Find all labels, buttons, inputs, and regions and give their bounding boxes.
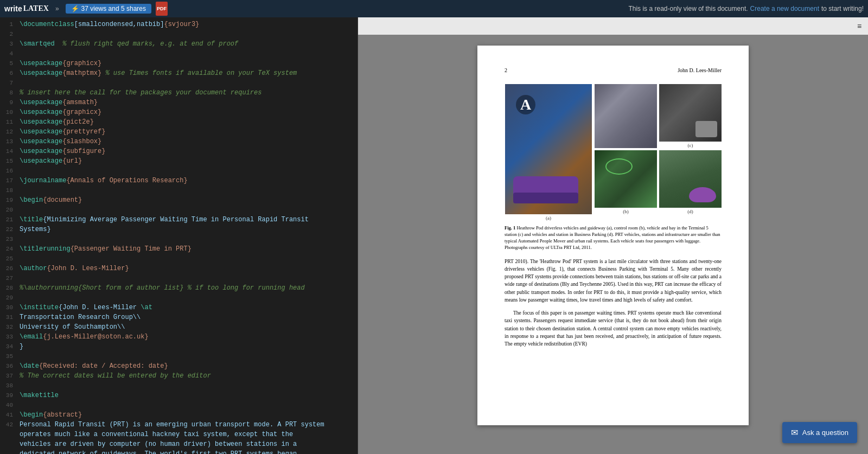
code-line: 23 bbox=[0, 234, 358, 244]
readonly-prefix: This is a read-only view of this documen… bbox=[628, 5, 748, 12]
mail-icon: ✉ bbox=[791, 427, 798, 438]
code-line: 15\usepackage{url} bbox=[0, 156, 358, 166]
code-line: 10\usepackage{graphicx} bbox=[0, 107, 358, 117]
code-line: vehicles are driven by computer (no huma… bbox=[0, 439, 358, 449]
figure-a bbox=[505, 84, 592, 214]
line-number: 25 bbox=[0, 254, 17, 264]
code-line: 4 bbox=[0, 49, 358, 59]
line-number: 2 bbox=[0, 29, 17, 39]
line-number: 15 bbox=[0, 156, 17, 166]
logo: write LATEX bbox=[4, 4, 49, 13]
line-number: 37 bbox=[0, 371, 17, 381]
code-line: 41\begin{abstract} bbox=[0, 410, 358, 420]
code-line: 7 bbox=[0, 78, 358, 88]
code-line: 34} bbox=[0, 342, 358, 351]
line-number: 39 bbox=[0, 391, 17, 400]
ask-question-button[interactable]: ✉ Ask a question bbox=[782, 422, 857, 443]
code-line: 13\usepackage{slashbox} bbox=[0, 137, 358, 146]
pdf-figures: (a) (c) bbox=[505, 84, 722, 221]
line-number: 35 bbox=[0, 351, 17, 361]
line-number: 14 bbox=[0, 146, 17, 156]
line-number: 31 bbox=[0, 312, 17, 322]
line-number: 34 bbox=[0, 342, 17, 351]
pdf-download-icon[interactable]: PDF bbox=[156, 2, 168, 16]
code-scroll[interactable]: 1\documentclass[smallcondensed,natbib]{s… bbox=[0, 17, 358, 454]
code-editor: 1\documentclass[smallcondensed,natbib]{s… bbox=[0, 17, 358, 454]
line-number: 8 bbox=[0, 88, 17, 98]
pdf-settings-icon[interactable]: ≡ bbox=[854, 21, 865, 31]
logo-latex: LATEX bbox=[23, 4, 49, 13]
code-line: dedicated network of guideways. The worl… bbox=[0, 449, 358, 454]
pdf-panel[interactable]: ≡ 2 John D. Lees-Miller (a) bbox=[358, 17, 868, 454]
line-number: 42 bbox=[0, 420, 17, 430]
line-number bbox=[0, 439, 17, 449]
pdf-paragraph-1: PRT 2010). The 'Heathrow Pod' PRT system… bbox=[505, 258, 722, 304]
code-line: 14\usepackage{subfigure} bbox=[0, 146, 358, 156]
main-area: 1\documentclass[smallcondensed,natbib]{s… bbox=[0, 17, 868, 454]
code-line: 5\usepackage{graphicx} bbox=[0, 59, 358, 68]
code-line: 26\author{John D. Lees-Miller} bbox=[0, 264, 358, 273]
line-number: 22 bbox=[0, 225, 17, 234]
line-number: 1 bbox=[0, 20, 17, 29]
line-number: 12 bbox=[0, 127, 17, 137]
line-number: 41 bbox=[0, 410, 17, 420]
lightning-icon: ⚡ bbox=[71, 5, 79, 12]
code-line: 32University of Southampton\\ bbox=[0, 322, 358, 332]
line-number: 24 bbox=[0, 244, 17, 254]
code-line: 2 bbox=[0, 29, 358, 39]
pdf-page-number: 2 bbox=[505, 67, 507, 73]
code-line: 38 bbox=[0, 381, 358, 391]
line-number: 27 bbox=[0, 273, 17, 283]
code-line: 19\begin{document} bbox=[0, 195, 358, 205]
code-line: 3\smartqed % flush right qed marks, e.g.… bbox=[0, 39, 358, 49]
logo-write: write bbox=[4, 4, 22, 13]
line-number: 3 bbox=[0, 39, 17, 49]
readonly-suffix: to start writing! bbox=[821, 5, 864, 12]
create-document-link[interactable]: Create a new document bbox=[750, 5, 819, 12]
code-line: 16 bbox=[0, 166, 358, 176]
line-number: 26 bbox=[0, 264, 17, 273]
line-number: 7 bbox=[0, 78, 17, 88]
line-number: 13 bbox=[0, 137, 17, 146]
line-number: 21 bbox=[0, 215, 17, 225]
figure-d-label: (d) bbox=[687, 209, 693, 214]
line-number: 33 bbox=[0, 332, 17, 342]
line-number: 18 bbox=[0, 186, 17, 195]
code-line: 27 bbox=[0, 273, 358, 283]
views-text: 37 views and 5 shares bbox=[81, 5, 146, 12]
logo-arrow: » bbox=[55, 5, 59, 12]
code-line: 33\email{j.Lees-Miller@soton.ac.uk} bbox=[0, 332, 358, 342]
fig-caption: Fig. 1 Heathrow Pod driverless vehicles … bbox=[505, 225, 722, 251]
line-number: 23 bbox=[0, 234, 17, 244]
figure-bottom-right: (b) (d) bbox=[595, 150, 722, 214]
code-line: 6\usepackage{mathptmx} % use Times fonts… bbox=[0, 68, 358, 78]
line-number: 19 bbox=[0, 195, 17, 205]
code-line: 18 bbox=[0, 186, 358, 195]
code-line: 36\date{Received: date / Accepted: date} bbox=[0, 361, 358, 371]
pdf-paragraph-2-text: The focus of this paper is on passenger … bbox=[505, 310, 722, 347]
code-line: 24\titlerunning{Passenger Waiting Time i… bbox=[0, 244, 358, 254]
code-line: 11\usepackage{pict2e} bbox=[0, 117, 358, 127]
code-line: 12\usepackage{prettyref} bbox=[0, 127, 358, 137]
views-badge[interactable]: ⚡ 37 views and 5 shares bbox=[66, 4, 151, 14]
code-line: 25 bbox=[0, 254, 358, 264]
line-number: 40 bbox=[0, 400, 17, 410]
ask-question-label: Ask a question bbox=[802, 429, 848, 437]
code-line: 42Personal Rapid Transit (PRT) is an eme… bbox=[0, 420, 358, 430]
readonly-notice: This is a read-only view of this documen… bbox=[628, 5, 864, 12]
line-number bbox=[0, 449, 17, 454]
code-line: operates much like a conventional hackne… bbox=[0, 430, 358, 439]
line-number: 16 bbox=[0, 166, 17, 176]
code-line: 37% The correct dates will be entered by… bbox=[0, 371, 358, 381]
figure-b-label: (b) bbox=[623, 209, 629, 214]
figure-c-label: (c) bbox=[688, 143, 693, 148]
line-number: 32 bbox=[0, 322, 17, 332]
pdf-toolbar: ≡ bbox=[358, 17, 868, 35]
code-line: 22Systems} bbox=[0, 225, 358, 234]
line-number: 4 bbox=[0, 49, 17, 59]
code-line: 29 bbox=[0, 293, 358, 303]
line-number: 9 bbox=[0, 98, 17, 107]
code-line: 9\usepackage{amsmath} bbox=[0, 98, 358, 107]
fig-caption-text: Heathrow Pod driverless vehicles and gui… bbox=[505, 225, 720, 250]
code-line: 39\maketitle bbox=[0, 391, 358, 400]
